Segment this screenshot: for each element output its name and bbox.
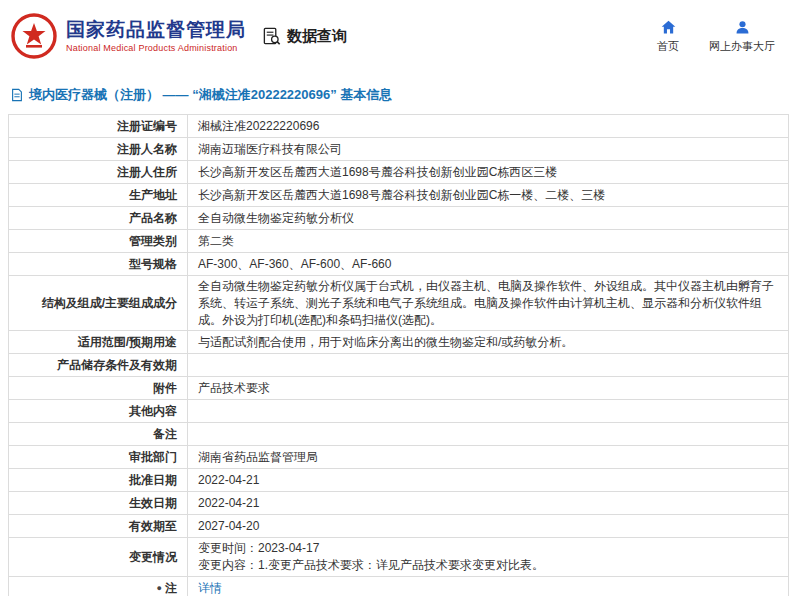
table-row: 管理类别 第二类 — [9, 230, 789, 253]
agency-name-en: National Medical Products Administration — [66, 43, 246, 53]
row-label: 备注 — [9, 423, 188, 446]
table-row: 型号规格 AF-300、AF-360、AF-600、AF-660 — [9, 253, 789, 276]
details-link[interactable]: 详情 — [198, 581, 222, 595]
user-icon — [734, 19, 751, 36]
row-value: 第二类 — [188, 230, 789, 253]
data-query-icon — [262, 27, 281, 46]
page-title-bar: 境内医疗器械（注册） —— “湘械注准20222220696” 基本信息 — [10, 86, 789, 104]
table-row: 注册证编号 湘械注准20222220696 — [9, 115, 789, 138]
header-right-nav: 首页 网上办事大厅 — [657, 19, 783, 54]
row-label: 其他内容 — [9, 400, 188, 423]
row-label: 变更情况 — [9, 538, 188, 577]
table-row: 结构及组成/主要组成成分 全自动微生物鉴定药敏分析仪属于台式机，由仪器主机、电脑… — [9, 276, 789, 331]
row-value: AF-300、AF-360、AF-600、AF-660 — [188, 253, 789, 276]
row-value: 2022-04-21 — [188, 492, 789, 515]
row-value — [188, 354, 789, 377]
brand: 国家药品监督管理局 National Medical Products Admi… — [10, 12, 246, 60]
document-icon — [10, 88, 24, 102]
npma-logo-icon — [10, 12, 58, 60]
row-label: 结构及组成/主要组成成分 — [9, 276, 188, 331]
table-row: 生产地址 长沙高新开发区岳麓西大道1698号麓谷科技创新创业园C栋一楼、二楼、三… — [9, 184, 789, 207]
row-label: ●注 — [9, 576, 188, 596]
table-row: 其他内容 — [9, 400, 789, 423]
row-value — [188, 400, 789, 423]
row-value: 湘械注准20222220696 — [188, 115, 789, 138]
row-label: 有效期至 — [9, 515, 188, 538]
table-row: 有效期至 2027-04-20 — [9, 515, 789, 538]
row-label: 附件 — [9, 377, 188, 400]
table-row: 产品储存条件及有效期 — [9, 354, 789, 377]
table-row: 适用范围/预期用途 与适配试剂配合使用，用于对临床分离出的微生物鉴定和/或药敏分… — [9, 331, 789, 354]
table-row: 备注 — [9, 423, 789, 446]
nav-service-hall-label: 网上办事大厅 — [709, 39, 775, 54]
row-label: 审批部门 — [9, 446, 188, 469]
row-value: 全自动微生物鉴定药敏分析仪属于台式机，由仪器主机、电脑及操作软件、外设组成。其中… — [188, 276, 789, 331]
table-row-note: ●注 详情 — [9, 576, 789, 596]
row-value — [188, 423, 789, 446]
nav-home[interactable]: 首页 — [657, 19, 679, 54]
row-value: 与适配试剂配合使用，用于对临床分离出的微生物鉴定和/或药敏分析。 — [188, 331, 789, 354]
row-value: 长沙高新开发区岳麓西大道1698号麓谷科技创新创业园C栋一楼、二楼、三楼 — [188, 184, 789, 207]
note-bullet-icon: ● — [157, 582, 162, 595]
table-row: 附件 产品技术要求 — [9, 377, 789, 400]
table-row-change-info: 变更情况 变更时间：2023-04-17 变更内容：1.变更产品技术要求：详见产… — [9, 538, 789, 577]
page-title: 境内医疗器械（注册） —— “湘械注准20222220696” 基本信息 — [29, 86, 392, 104]
row-value: 全自动微生物鉴定药敏分析仪 — [188, 207, 789, 230]
row-label: 生产地址 — [9, 184, 188, 207]
row-label: 注册人住所 — [9, 161, 188, 184]
agency-name: 国家药品监督管理局 — [66, 19, 246, 42]
row-label: 适用范围/预期用途 — [9, 331, 188, 354]
note-label: 注 — [165, 581, 177, 595]
table-row: 审批部门 湖南省药品监督管理局 — [9, 446, 789, 469]
row-label: 产品储存条件及有效期 — [9, 354, 188, 377]
table-row: 注册人名称 湖南迈瑞医疗科技有限公司 — [9, 138, 789, 161]
nav-data-query-label: 数据查询 — [287, 27, 347, 46]
table-row: 批准日期 2022-04-21 — [9, 469, 789, 492]
nav-service-hall[interactable]: 网上办事大厅 — [709, 19, 775, 54]
nav-home-label: 首页 — [657, 39, 679, 54]
table-row: 注册人住所 长沙高新开发区岳麓西大道1698号麓谷科技创新创业园C栋西区三楼 — [9, 161, 789, 184]
table-row: 生效日期 2022-04-21 — [9, 492, 789, 515]
row-value: 2027-04-20 — [188, 515, 789, 538]
nav-data-query[interactable]: 数据查询 — [262, 27, 347, 46]
row-label: 型号规格 — [9, 253, 188, 276]
row-label: 管理类别 — [9, 230, 188, 253]
row-label: 注册人名称 — [9, 138, 188, 161]
row-value: 湖南省药品监督管理局 — [188, 446, 789, 469]
row-value: 湖南迈瑞医疗科技有限公司 — [188, 138, 789, 161]
row-value: 变更时间：2023-04-17 变更内容：1.变更产品技术要求：详见产品技术要求… — [188, 538, 789, 577]
table-row: 产品名称 全自动微生物鉴定药敏分析仪 — [9, 207, 789, 230]
row-value: 详情 — [188, 576, 789, 596]
row-value: 2022-04-21 — [188, 469, 789, 492]
row-label: 生效日期 — [9, 492, 188, 515]
row-value: 长沙高新开发区岳麓西大道1698号麓谷科技创新创业园C栋西区三楼 — [188, 161, 789, 184]
brand-text: 国家药品监督管理局 National Medical Products Admi… — [66, 19, 246, 54]
row-label: 批准日期 — [9, 469, 188, 492]
row-label: 产品名称 — [9, 207, 188, 230]
row-value: 产品技术要求 — [188, 377, 789, 400]
home-icon — [660, 19, 677, 36]
row-label: 注册证编号 — [9, 115, 188, 138]
registration-info-table: 注册证编号 湘械注准20222220696 注册人名称 湖南迈瑞医疗科技有限公司… — [8, 114, 789, 596]
site-header: 国家药品监督管理局 National Medical Products Admi… — [0, 0, 797, 72]
